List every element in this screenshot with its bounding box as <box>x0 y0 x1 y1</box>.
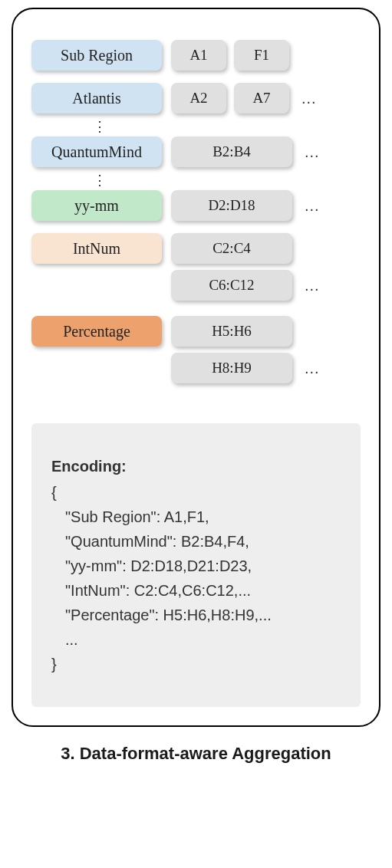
cell-chip: C6:C12 <box>171 270 292 301</box>
ellipsis-h-icon: ... <box>305 197 320 215</box>
cells-quantummind: B2:B4 ... <box>171 136 361 167</box>
encoding-line: "yy-mm": D2:D18,D21:D23, <box>51 554 341 578</box>
cell-chip: D2:D18 <box>171 190 292 221</box>
chip-intnum: IntNum <box>31 233 162 264</box>
ellipsis-h-icon: ... <box>301 90 317 107</box>
cells-yymm: D2:D18 ... <box>171 190 361 221</box>
figure-caption: 3. Data-format-aware Aggregation <box>12 744 380 764</box>
row-intnum-2: C6:C12 ... <box>31 270 361 301</box>
cells-sub-region: A1 F1 <box>171 40 361 71</box>
encoding-line: "IntNum": C2:C4,C6:C12,... <box>51 578 341 603</box>
chip-empty <box>31 353 162 383</box>
encoding-line: "QuantumMind": B2:B4,F4, <box>51 529 341 554</box>
cell-chip: A7 <box>234 83 289 113</box>
cells-intnum-2: C6:C12 ... <box>171 270 361 301</box>
chip-empty <box>31 270 162 301</box>
cell-chip: H8:H9 <box>171 353 292 383</box>
cells-atlantis: A2 A7 ... <box>171 83 361 113</box>
ellipsis-h-icon: ... <box>305 360 320 377</box>
encoding-title: Encoding: <box>51 454 341 478</box>
chip-percentage: Percentage <box>31 316 162 347</box>
chip-sub-region: Sub Region <box>31 40 162 71</box>
row-atlantis: Atlantis A2 A7 ... <box>31 83 361 113</box>
ellipsis-v-icon: ⋮ <box>31 120 361 133</box>
cell-chip: B2:B4 <box>171 136 292 167</box>
row-sub-region: Sub Region A1 F1 <box>31 40 361 71</box>
chip-quantummind: QuantumMind <box>31 136 162 167</box>
cells-percentage: H5:H6 <box>171 316 361 347</box>
encoding-line: ... <box>51 627 341 652</box>
cell-chip: H5:H6 <box>171 316 292 347</box>
row-yymm: yy-mm D2:D18 ... <box>31 190 361 221</box>
diagram-panel: Sub Region A1 F1 Atlantis A2 A7 ... ⋮ Qu… <box>12 8 380 727</box>
ellipsis-h-icon: ... <box>305 277 320 294</box>
encoding-box: Encoding: { "Sub Region": A1,F1, "Quantu… <box>31 423 361 707</box>
cell-chip: A2 <box>171 83 226 113</box>
chip-rows: Sub Region A1 F1 Atlantis A2 A7 ... ⋮ Qu… <box>31 40 361 396</box>
cells-intnum: C2:C4 <box>171 233 361 264</box>
row-intnum: IntNum C2:C4 <box>31 233 361 264</box>
row-quantummind: QuantumMind B2:B4 ... <box>31 136 361 167</box>
chip-atlantis: Atlantis <box>31 83 162 113</box>
cell-chip: A1 <box>171 40 226 71</box>
encoding-line: "Sub Region": A1,F1, <box>51 505 341 529</box>
encoding-brace-open: { <box>51 480 341 505</box>
ellipsis-v-icon: ⋮ <box>31 173 361 187</box>
row-percentage: Percentage H5:H6 <box>31 316 361 347</box>
cell-chip: F1 <box>234 40 289 71</box>
cells-percentage-2: H8:H9 ... <box>171 353 361 383</box>
row-percentage-2: H8:H9 ... <box>31 353 361 383</box>
encoding-brace-close: } <box>51 652 341 676</box>
chip-yymm: yy-mm <box>31 190 162 221</box>
cell-chip: C2:C4 <box>171 233 292 264</box>
ellipsis-h-icon: ... <box>305 143 320 161</box>
encoding-line: "Percentage": H5:H6,H8:H9,... <box>51 603 341 627</box>
